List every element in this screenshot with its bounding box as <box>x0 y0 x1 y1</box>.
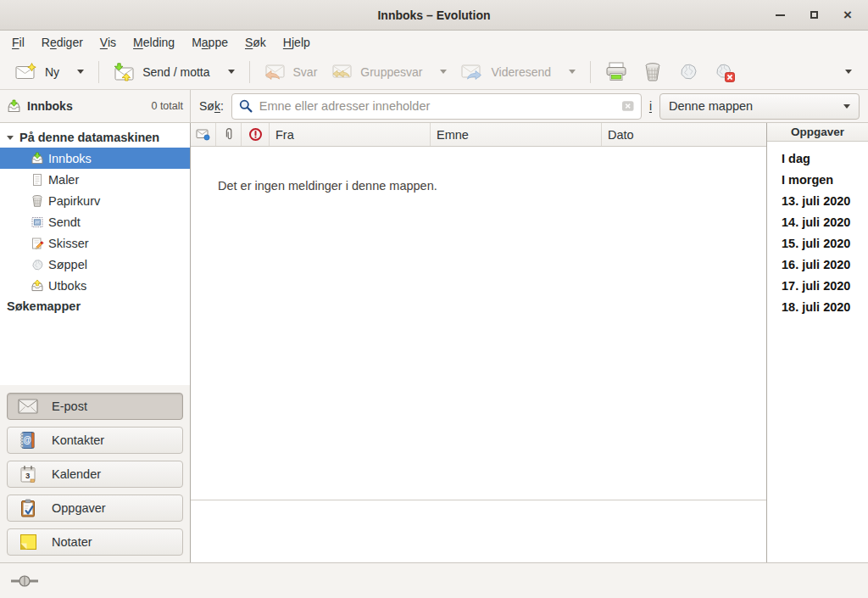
switcher-memos-button[interactable]: Notater <box>7 528 183 556</box>
reply-button[interactable]: Svar <box>257 60 325 84</box>
column-importance[interactable] <box>242 123 270 146</box>
not-junk-button[interactable] <box>706 58 743 87</box>
svg-text:@: @ <box>23 435 31 444</box>
switcher-contacts-button[interactable]: @ Kontakter <box>7 427 183 454</box>
task-pane: Oppgaver I dag I morgen 13. juli 2020 14… <box>767 123 868 562</box>
task-group: I dag <box>782 148 868 170</box>
chevron-down-icon <box>569 70 576 74</box>
maximize-icon <box>810 11 818 19</box>
column-subject[interactable]: Emne <box>431 123 602 146</box>
column-attachment[interactable] <box>216 123 242 146</box>
search-box[interactable] <box>231 93 642 120</box>
tasks-icon <box>17 499 39 517</box>
send-receive-label: Send / motta <box>142 65 209 79</box>
close-button[interactable]: × <box>841 8 854 22</box>
trash-icon <box>31 194 44 208</box>
search-scope-dropdown[interactable]: Denne mappen <box>659 93 860 120</box>
menu-vis[interactable]: Vis <box>92 32 125 53</box>
titlebar[interactable]: Innboks – Evolution × <box>0 0 868 31</box>
task-group: 16. juli 2020 <box>782 254 868 276</box>
search-scope-value: Denne mappen <box>669 99 753 113</box>
not-junk-icon <box>714 62 736 82</box>
maximize-button[interactable] <box>807 8 821 22</box>
toolbar-overflow-button[interactable] <box>834 65 860 78</box>
notes-icon <box>17 534 39 550</box>
templates-icon <box>31 173 44 187</box>
folder-innboks[interactable]: Innboks <box>0 148 190 169</box>
svg-text:3: 3 <box>25 471 30 480</box>
junk-button[interactable] <box>670 58 706 87</box>
column-from[interactable]: Fra <box>270 123 431 146</box>
group-reply-label: Gruppesvar <box>360 65 422 79</box>
empty-folder-text: Det er ingen meldinger i denne mappen. <box>218 179 437 193</box>
folder-sendt[interactable]: Sendt <box>0 211 190 232</box>
folder-utboks[interactable]: Utboks <box>0 275 190 296</box>
new-message-dropdown[interactable] <box>66 65 92 78</box>
message-preview-pane[interactable] <box>191 500 766 562</box>
switcher-tasks-button[interactable]: Oppgaver <box>7 495 183 522</box>
tree-root-on-this-computer[interactable]: På denne datamaskinen <box>0 127 190 148</box>
folder-soppel[interactable]: Søppel <box>0 254 190 275</box>
message-list-pane: Fra Emne Dato Det er ingen meldinger i d… <box>191 123 767 562</box>
folder-maler[interactable]: Maler <box>0 169 190 190</box>
new-message-button[interactable]: Ny <box>8 59 66 84</box>
forward-button[interactable]: Videresend <box>454 60 558 84</box>
window-title: Innboks – Evolution <box>0 8 868 22</box>
column-date[interactable]: Dato <box>602 123 766 146</box>
online-status-plug-icon[interactable] <box>10 574 39 588</box>
menu-mappe[interactable]: Mappe <box>183 32 236 53</box>
chevron-down-icon <box>440 70 447 74</box>
toolbar: Ny Send / motta Svar <box>0 54 868 90</box>
task-group: 17. juli 2020 <box>782 276 868 297</box>
search-area: Søk: i Denne mappen <box>191 90 868 122</box>
menu-hjelp[interactable]: Hjelp <box>275 32 319 53</box>
menu-sok[interactable]: Søk <box>236 32 275 53</box>
inbox-icon <box>7 99 21 114</box>
minimize-button[interactable] <box>773 8 787 22</box>
column-read-status[interactable] <box>191 123 216 146</box>
chevron-down-icon <box>228 70 235 74</box>
message-list-body[interactable]: Det er ingen meldinger i denne mappen. <box>191 147 766 500</box>
inbox-icon <box>31 152 44 165</box>
toolbar-separator <box>249 61 250 83</box>
chevron-down-icon <box>843 104 850 109</box>
tree-root-search-folders[interactable]: Søkemapper <box>0 296 190 316</box>
folder-tree: På denne datamaskinen Innboks Mal <box>0 123 190 385</box>
send-receive-dropdown[interactable] <box>217 65 242 78</box>
task-group: 18. juli 2020 <box>782 297 868 318</box>
reply-label: Svar <box>293 65 318 79</box>
reply-icon <box>264 64 286 81</box>
mail-icon <box>17 399 39 414</box>
clear-search-icon[interactable] <box>621 99 635 113</box>
menu-fil[interactable]: Fil <box>3 32 33 53</box>
menu-melding[interactable]: Melding <box>125 32 183 53</box>
forward-dropdown[interactable] <box>558 65 583 78</box>
folder-papirkurv[interactable]: Papirkurv <box>0 190 190 211</box>
close-icon: × <box>843 8 852 22</box>
delete-button[interactable] <box>635 58 670 87</box>
junk-icon <box>31 258 44 271</box>
print-button[interactable] <box>598 58 635 86</box>
task-group: I morgen <box>782 170 868 191</box>
search-input[interactable] <box>259 99 615 113</box>
group-reply-dropdown[interactable] <box>429 65 454 78</box>
folder-skisser[interactable]: Skisser <box>0 232 190 254</box>
drafts-icon <box>31 237 44 250</box>
toolbar-separator <box>590 61 591 83</box>
sent-icon <box>31 215 44 229</box>
group-reply-icon <box>331 64 353 81</box>
switcher-mail-button[interactable]: E-post <box>7 393 183 420</box>
search-label: Søk: <box>199 99 224 113</box>
group-reply-button[interactable]: Gruppesvar <box>324 60 429 84</box>
expander-icon[interactable] <box>7 136 14 140</box>
menu-rediger[interactable]: Rediger <box>33 32 92 53</box>
task-group: 13. juli 2020 <box>782 191 868 212</box>
minimize-icon <box>776 14 785 16</box>
task-pane-header[interactable]: Oppgaver <box>767 123 868 142</box>
outbox-icon <box>31 279 44 293</box>
importance-icon <box>248 127 263 142</box>
task-list[interactable]: I dag I morgen 13. juli 2020 14. juli 20… <box>767 142 868 318</box>
send-receive-button[interactable]: Send / motta <box>106 59 216 85</box>
window-controls: × <box>773 8 868 22</box>
switcher-calendar-button[interactable]: 3 Kalender <box>7 461 183 488</box>
